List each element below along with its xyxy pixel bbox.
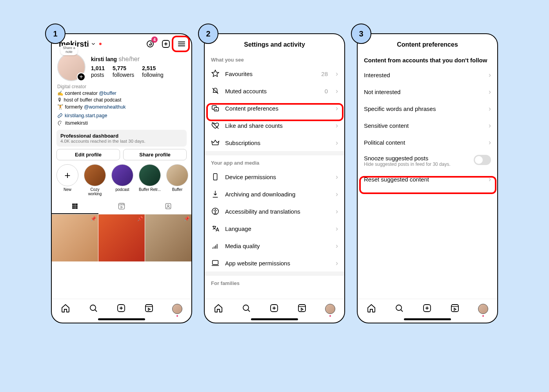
- add-story-icon[interactable]: +: [77, 73, 85, 81]
- threads-button[interactable]: 4: [145, 39, 155, 49]
- signal-icon: [211, 241, 220, 250]
- pin-icon: 📌: [137, 216, 143, 221]
- row-muted[interactable]: Muted accounts0›: [205, 82, 344, 100]
- row-subscriptions[interactable]: Subscriptions›: [205, 134, 344, 151]
- profile-tabs: [52, 199, 191, 214]
- nav-profile[interactable]: [478, 304, 488, 314]
- nav-home[interactable]: [61, 303, 70, 314]
- svg-point-14: [243, 305, 249, 310]
- post-thumb[interactable]: 📌: [145, 214, 191, 261]
- pronouns: she/her: [119, 56, 140, 62]
- section-app-media: Your app and media: [205, 155, 344, 168]
- stat-followers[interactable]: 5,775followers: [113, 65, 134, 78]
- share-note-bubble[interactable]: Share a note: [60, 45, 78, 55]
- screen-title: Content preferences: [358, 36, 497, 52]
- bio-link-buffer[interactable]: @buffer: [99, 91, 116, 96]
- svg-rect-13: [213, 261, 218, 265]
- row-language[interactable]: Language›: [205, 220, 344, 237]
- nav-reels[interactable]: [144, 303, 154, 314]
- nav-reels[interactable]: [450, 303, 460, 314]
- laptop-icon: [211, 259, 220, 267]
- pin-icon: 📌: [184, 216, 190, 221]
- svg-point-5: [90, 305, 96, 310]
- row-specific-words[interactable]: Specific words and phrases›: [358, 100, 497, 117]
- section-what-you-see: What you see: [205, 52, 344, 65]
- step-badge-3: 3: [351, 24, 371, 44]
- row-favourites[interactable]: Favourites28›: [205, 65, 344, 82]
- row-snooze[interactable]: Snooze suggested postsHide suggested pos…: [358, 151, 497, 171]
- bell-off-icon: [211, 87, 220, 95]
- row-sensitive[interactable]: Sensitive content›: [358, 117, 497, 134]
- phone-icon: [211, 172, 220, 181]
- row-app-web-perm[interactable]: App website permissions›: [205, 254, 344, 272]
- share-profile-button[interactable]: Share profile: [123, 149, 187, 160]
- nav-home[interactable]: [367, 303, 376, 314]
- home-indicator: [251, 318, 298, 320]
- highlight-retreat[interactable]: Buffer Retr...: [139, 164, 161, 196]
- edit-profile-button[interactable]: Edit profile: [56, 149, 120, 160]
- heart-off-icon: [211, 121, 220, 130]
- threads-icon: [57, 120, 63, 126]
- bottom-nav: [52, 299, 191, 318]
- bio-block: Digital creator ✍️ content creator @buff…: [52, 81, 191, 113]
- accessibility-icon: [211, 207, 220, 216]
- tab-grid[interactable]: [52, 199, 98, 214]
- professional-dashboard[interactable]: Professional dashboard 4.0K accounts rea…: [56, 130, 187, 147]
- create-button[interactable]: [161, 39, 171, 49]
- bio-external-link[interactable]: kirstilang.start.page: [52, 113, 191, 118]
- nav-create[interactable]: [116, 303, 126, 314]
- nav-search[interactable]: [89, 303, 98, 314]
- bottom-nav: [205, 299, 344, 318]
- row-accessibility[interactable]: Accessibility and translations›: [205, 203, 344, 220]
- notification-dot: [99, 43, 102, 45]
- nav-profile[interactable]: [172, 304, 182, 314]
- snooze-toggle[interactable]: [474, 155, 491, 165]
- home-indicator: [404, 318, 451, 320]
- highlight-buffer[interactable]: Buffer: [166, 164, 188, 196]
- row-media-quality[interactable]: Media quality›: [205, 237, 344, 254]
- svg-point-12: [215, 209, 216, 210]
- post-thumb[interactable]: 📌: [52, 214, 98, 261]
- nav-reels[interactable]: [297, 303, 307, 314]
- step-badge-2: 2: [198, 24, 218, 44]
- row-archive[interactable]: Archiving and downloading›: [205, 185, 344, 203]
- star-icon: [211, 69, 220, 78]
- row-political[interactable]: Political content›: [358, 134, 497, 151]
- svg-rect-7: [145, 305, 153, 312]
- nav-search[interactable]: [242, 303, 251, 314]
- screen-profile: mekirsti 4: [51, 33, 192, 323]
- post-thumb[interactable]: 📌: [98, 214, 145, 261]
- language-icon: [211, 224, 220, 233]
- highlight-podcast[interactable]: podcast: [111, 164, 133, 196]
- chevron-down-icon: [91, 41, 96, 47]
- stat-posts[interactable]: 1,011posts: [91, 65, 105, 78]
- nav-profile[interactable]: [325, 304, 335, 314]
- highlight-new[interactable]: +New: [56, 164, 78, 196]
- bottom-nav: [358, 299, 497, 318]
- tab-tagged[interactable]: [145, 199, 191, 214]
- row-device-perm[interactable]: Device permissions›: [205, 168, 344, 185]
- row-not-interested[interactable]: Not interested›: [358, 83, 497, 100]
- profile-avatar[interactable]: Share a note +: [57, 53, 85, 81]
- pin-icon: 📌: [91, 216, 96, 221]
- threads-handle-row[interactable]: itsmekirsti: [52, 118, 191, 127]
- stat-following[interactable]: 2,515following: [142, 65, 163, 78]
- row-interested[interactable]: Interested›: [358, 67, 497, 83]
- highlights-row[interactable]: +New Cozy working podcast Buffer Retr...…: [52, 160, 191, 198]
- tab-reels[interactable]: [98, 199, 145, 214]
- nav-create[interactable]: [269, 303, 279, 314]
- nav-home[interactable]: [214, 303, 223, 314]
- post-grid: 📌 📌 📌: [52, 214, 191, 261]
- svg-point-4: [167, 205, 169, 207]
- highlight-cozy[interactable]: Cozy working: [84, 164, 106, 196]
- nav-search[interactable]: [394, 303, 404, 314]
- download-icon: [211, 190, 220, 198]
- svg-point-17: [396, 305, 402, 310]
- bio-link-wh[interactable]: @womenshealthuk: [84, 104, 126, 110]
- reset-highlight: [359, 176, 496, 194]
- content-pref-highlight: [206, 103, 344, 121]
- display-name: kirsti lang: [91, 56, 117, 62]
- step-badge-1: 1: [45, 24, 65, 44]
- nav-create[interactable]: [422, 303, 432, 314]
- hamburger-highlight: [172, 36, 190, 52]
